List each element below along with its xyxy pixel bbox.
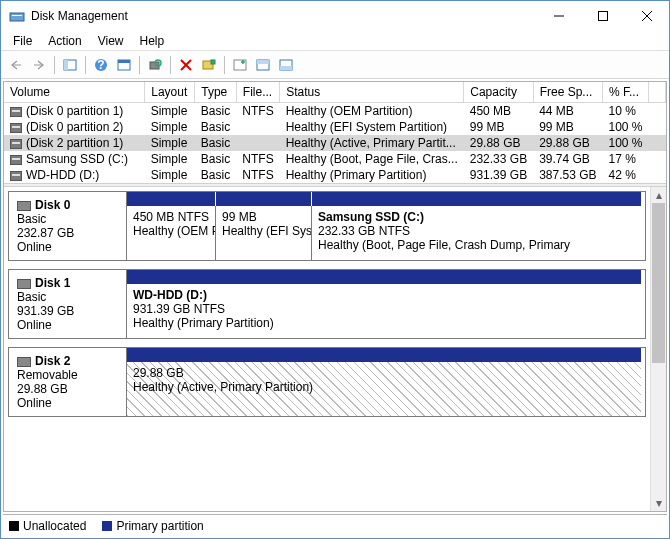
scrollbar-vertical[interactable]: ▴ ▾ — [650, 187, 666, 511]
svg-rect-19 — [211, 60, 215, 64]
disk-state: Online — [17, 318, 118, 332]
disk-row[interactable]: Disk 1 Basic 931.39 GB Online WD-HDD (D:… — [8, 269, 646, 339]
menu-view[interactable]: View — [90, 34, 132, 48]
format-button[interactable] — [198, 54, 220, 76]
disk-type: Removable — [17, 368, 118, 382]
partition-size: 450 MB NTFS — [133, 210, 209, 224]
layout-top-button[interactable] — [252, 54, 274, 76]
partition-cell[interactable]: 29.88 GBHealthy (Active, Primary Partiti… — [127, 362, 641, 416]
disk-header[interactable]: Disk 1 Basic 931.39 GB Online — [9, 270, 127, 338]
properties-button[interactable] — [113, 54, 135, 76]
legend-bar: Unallocated Primary partition — [3, 514, 667, 536]
new-partition-button[interactable] — [229, 54, 251, 76]
title-bar: Disk Management — [1, 1, 669, 31]
col-layout[interactable]: Layout — [145, 82, 195, 103]
show-hide-console-tree-button[interactable] — [59, 54, 81, 76]
svg-rect-24 — [280, 66, 292, 70]
disk-icon — [17, 279, 31, 289]
disk-row[interactable]: Disk 2 Removable 29.88 GB Online 29.88 G… — [8, 347, 646, 417]
partition-status: Healthy (OEM Partitio — [133, 224, 209, 238]
window-title: Disk Management — [31, 9, 537, 23]
app-icon — [9, 8, 25, 24]
delete-button[interactable] — [175, 54, 197, 76]
partition-size: 99 MB — [222, 210, 305, 224]
column-header-row[interactable]: Volume Layout Type File... Status Capaci… — [4, 82, 666, 103]
disk-state: Online — [17, 240, 118, 254]
disk-graphical-view[interactable]: Disk 0 Basic 232.87 GB Online 450 MB NTF… — [4, 187, 666, 511]
disk-name: Disk 1 — [35, 276, 70, 290]
svg-rect-22 — [257, 60, 269, 64]
partition-cell[interactable]: 99 MBHealthy (EFI Sys — [215, 206, 311, 260]
maximize-button[interactable] — [581, 2, 625, 30]
partition-status: Healthy (Primary Partition) — [133, 316, 635, 330]
col-status[interactable]: Status — [280, 82, 464, 103]
layout-bottom-button[interactable] — [275, 54, 297, 76]
disk-row[interactable]: Disk 0 Basic 232.87 GB Online 450 MB NTF… — [8, 191, 646, 261]
disk-size: 232.87 GB — [17, 226, 118, 240]
volume-row[interactable]: (Disk 0 partition 1)SimpleBasicNTFSHealt… — [4, 103, 666, 120]
svg-text:?: ? — [97, 58, 104, 72]
drive-icon — [10, 139, 22, 149]
disk-header[interactable]: Disk 2 Removable 29.88 GB Online — [9, 348, 127, 416]
volume-row[interactable]: WD-HDD (D:)SimpleBasicNTFSHealthy (Prima… — [4, 167, 666, 183]
volume-row[interactable]: (Disk 2 partition 1)SimpleBasicHealthy (… — [4, 135, 666, 151]
scrollbar-thumb[interactable] — [652, 203, 665, 363]
help-button[interactable]: ? — [90, 54, 112, 76]
legend-unallocated: Unallocated — [9, 519, 86, 533]
drive-icon — [10, 171, 22, 181]
svg-rect-9 — [64, 60, 68, 70]
volume-row[interactable]: (Disk 0 partition 2)SimpleBasicHealthy (… — [4, 119, 666, 135]
col-volume[interactable]: Volume — [4, 82, 145, 103]
partition-title: WD-HDD (D:) — [133, 288, 635, 302]
content-area: Volume Layout Type File... Status Capaci… — [3, 81, 667, 512]
disk-icon — [17, 357, 31, 367]
close-button[interactable] — [625, 2, 669, 30]
forward-button — [28, 54, 50, 76]
partition-cell[interactable]: Samsung SSD (C:)232.33 GB NTFSHealthy (B… — [311, 206, 641, 260]
partition-cell[interactable]: WD-HDD (D:)931.39 GB NTFSHealthy (Primar… — [127, 284, 641, 338]
partition-size: 232.33 GB NTFS — [318, 224, 635, 238]
menu-action[interactable]: Action — [40, 34, 89, 48]
col-capacity[interactable]: Capacity — [464, 82, 533, 103]
legend-primary: Primary partition — [102, 519, 203, 533]
toolbar: ? — [1, 51, 669, 79]
partition-status: Healthy (Active, Primary Partition) — [133, 380, 635, 394]
partition-size: 931.39 GB NTFS — [133, 302, 635, 316]
scroll-up-arrow[interactable]: ▴ — [651, 187, 666, 203]
minimize-button[interactable] — [537, 2, 581, 30]
disk-icon — [17, 201, 31, 211]
partition-status: Healthy (Boot, Page File, Crash Dump, Pr… — [318, 238, 635, 252]
disk-type: Basic — [17, 212, 118, 226]
svg-rect-0 — [10, 13, 24, 21]
scroll-down-arrow[interactable]: ▾ — [651, 495, 666, 511]
svg-rect-1 — [12, 15, 22, 16]
svg-rect-3 — [599, 12, 608, 21]
drive-icon — [10, 123, 22, 133]
partition-cell[interactable]: 450 MB NTFSHealthy (OEM Partitio — [127, 206, 215, 260]
refresh-button[interactable] — [144, 54, 166, 76]
back-button — [5, 54, 27, 76]
partition-status: Healthy (EFI Sys — [222, 224, 305, 238]
drive-icon — [10, 107, 22, 117]
svg-rect-13 — [118, 60, 130, 63]
col-pct[interactable]: % F... — [603, 82, 649, 103]
disk-size: 29.88 GB — [17, 382, 118, 396]
disk-name: Disk 0 — [35, 198, 70, 212]
col-free[interactable]: Free Sp... — [533, 82, 602, 103]
menu-file[interactable]: File — [5, 34, 40, 48]
disk-state: Online — [17, 396, 118, 410]
disk-size: 931.39 GB — [17, 304, 118, 318]
partition-size: 29.88 GB — [133, 366, 635, 380]
col-fs[interactable]: File... — [236, 82, 279, 103]
volume-list[interactable]: Volume Layout Type File... Status Capaci… — [4, 82, 666, 183]
volume-row[interactable]: Samsung SSD (C:)SimpleBasicNTFSHealthy (… — [4, 151, 666, 167]
menu-bar: File Action View Help — [1, 31, 669, 51]
drive-icon — [10, 155, 22, 165]
disk-header[interactable]: Disk 0 Basic 232.87 GB Online — [9, 192, 127, 260]
disk-name: Disk 2 — [35, 354, 70, 368]
col-type[interactable]: Type — [195, 82, 237, 103]
disk-type: Basic — [17, 290, 118, 304]
menu-help[interactable]: Help — [132, 34, 173, 48]
partition-title: Samsung SSD (C:) — [318, 210, 635, 224]
